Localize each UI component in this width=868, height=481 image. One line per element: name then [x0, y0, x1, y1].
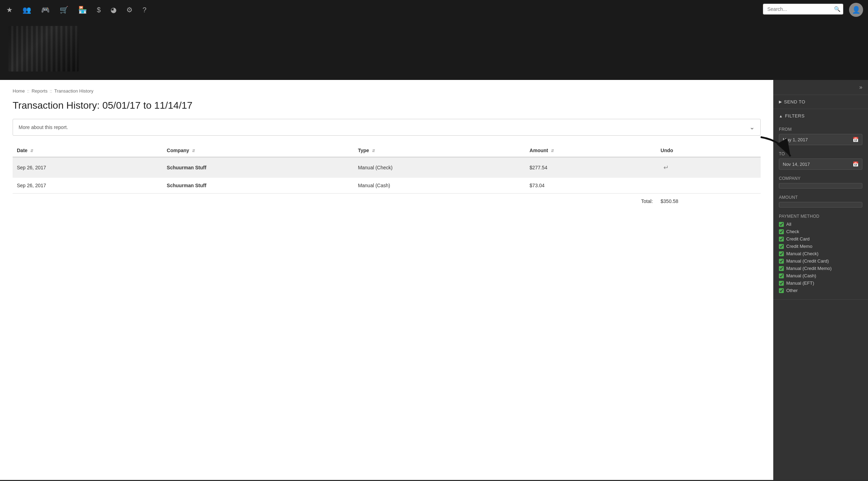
- payment-method-item[interactable]: Manual (Check): [779, 251, 862, 256]
- filters-section: ▲ FILTERS From May 1, 2017 📅 To Nov 14,: [773, 109, 868, 300]
- payment-method-title: Payment Method: [779, 214, 862, 219]
- payment-method-checkbox[interactable]: [779, 251, 784, 256]
- money-icon[interactable]: $: [97, 6, 101, 14]
- to-date-input[interactable]: Nov 14, 2017 📅: [779, 158, 862, 170]
- send-to-header[interactable]: ▶ SEND TO: [773, 95, 868, 109]
- filters-chevron-icon: ▲: [779, 114, 783, 118]
- search-wrapper: 🔍: [763, 4, 843, 15]
- cell-company: Schuurman Stuff: [162, 157, 354, 178]
- col-amount[interactable]: Amount ⇵: [525, 144, 656, 157]
- avatar[interactable]: 👤: [849, 3, 863, 17]
- payment-method-item[interactable]: Credit Card: [779, 236, 862, 242]
- from-date-label: From: [779, 127, 862, 132]
- from-date-value: May 1, 2017: [783, 137, 808, 142]
- breadcrumb-home[interactable]: Home: [13, 88, 25, 94]
- amount-label: Amount: [779, 195, 862, 200]
- transactions-icon[interactable]: 🎮: [41, 6, 50, 14]
- payment-method-checkbox[interactable]: [779, 237, 784, 242]
- calendar-icon: 📅: [853, 161, 859, 167]
- store-icon[interactable]: 🏪: [78, 6, 87, 14]
- sort-amount-icon[interactable]: ⇵: [551, 149, 554, 153]
- amount-input[interactable]: [779, 202, 862, 208]
- undo-button[interactable]: ↵: [661, 162, 672, 173]
- help-icon[interactable]: ?: [142, 6, 146, 14]
- payment-method-label: Check: [786, 229, 799, 234]
- payment-method-item[interactable]: Credit Memo: [779, 244, 862, 249]
- sidebar-expand-button[interactable]: »: [773, 80, 868, 95]
- payment-method-checkbox[interactable]: [779, 273, 784, 278]
- table-row: Sep 26, 2017 Schuurman Stuff Manual (Che…: [13, 157, 761, 178]
- payment-method-checkbox[interactable]: [779, 259, 784, 264]
- payment-method-checkbox[interactable]: [779, 244, 784, 249]
- col-company[interactable]: Company ⇵: [162, 144, 354, 157]
- payment-method-label: Manual (Credit Card): [786, 258, 829, 264]
- cell-amount: $73.04: [525, 178, 656, 194]
- settings-icon[interactable]: ⚙: [126, 6, 133, 14]
- send-to-chevron-icon: ▶: [779, 100, 782, 104]
- table-body: Sep 26, 2017 Schuurman Stuff Manual (Che…: [13, 157, 761, 209]
- payment-method-label: Manual (EFT): [786, 280, 814, 286]
- company-filter-group: Company: [779, 176, 862, 189]
- from-date-input[interactable]: May 1, 2017 📅: [779, 134, 862, 145]
- send-to-label: SEND TO: [784, 99, 806, 104]
- search-input[interactable]: [763, 4, 843, 15]
- payment-methods-section: Payment Method AllCheckCredit CardCredit…: [779, 214, 862, 293]
- from-date-group: From May 1, 2017 📅: [779, 127, 862, 145]
- payment-method-item[interactable]: Other: [779, 288, 862, 293]
- breadcrumb-reports[interactable]: Reports: [32, 88, 48, 94]
- payment-method-checkbox[interactable]: [779, 288, 784, 293]
- to-date-value: Nov 14, 2017: [783, 162, 810, 167]
- breadcrumb-sep-1: ::: [27, 88, 29, 94]
- report-info-label: More about this report.: [19, 124, 68, 130]
- cart-icon[interactable]: 🛒: [60, 6, 68, 14]
- col-undo: Undo: [656, 144, 761, 157]
- reports-icon[interactable]: ◕: [111, 6, 116, 14]
- favorites-icon[interactable]: ★: [6, 6, 13, 14]
- report-info-dropdown[interactable]: More about this report. ⌄: [13, 119, 761, 136]
- cell-date: Sep 26, 2017: [13, 157, 162, 178]
- cell-undo: ↵: [656, 157, 761, 178]
- payment-method-list: AllCheckCredit CardCredit MemoManual (Ch…: [779, 222, 862, 293]
- payment-method-item[interactable]: Manual (Credit Memo): [779, 266, 862, 271]
- main-layout: Home :: Reports :: Transaction History T…: [0, 80, 868, 480]
- calendar-icon: 📅: [853, 137, 859, 142]
- nav-icons: ★ 👥 🎮 🛒 🏪 $ ◕ ⚙ ?: [6, 6, 862, 14]
- payment-method-item[interactable]: Manual (Cash): [779, 273, 862, 278]
- cell-type: Manual (Cash): [354, 178, 525, 194]
- total-amount: $350.58: [656, 194, 761, 209]
- cell-amount: $277.54: [525, 157, 656, 178]
- search-icon[interactable]: 🔍: [834, 6, 841, 12]
- company-label: Company: [779, 176, 862, 181]
- company-input[interactable]: [779, 183, 862, 189]
- payment-method-item[interactable]: Manual (Credit Card): [779, 258, 862, 264]
- amount-filter-group: Amount: [779, 195, 862, 208]
- payment-method-checkbox[interactable]: [779, 229, 784, 234]
- sort-date-icon[interactable]: ⇵: [30, 149, 33, 153]
- page-title: Transaction History: 05/01/17 to 11/14/1…: [13, 100, 761, 111]
- cell-undo: [656, 178, 761, 194]
- payment-method-checkbox[interactable]: [779, 266, 784, 271]
- to-date-group: To Nov 14, 2017 📅: [779, 151, 862, 170]
- filters-header[interactable]: ▲ FILTERS: [773, 109, 868, 123]
- payment-method-item[interactable]: Manual (EFT): [779, 280, 862, 286]
- payment-method-checkbox[interactable]: [779, 222, 784, 227]
- table-header: Date ⇵ Company ⇵ Type ⇵ Amount ⇵ Undo: [13, 144, 761, 157]
- contacts-icon[interactable]: 👥: [22, 6, 31, 14]
- breadcrumb-sep-2: ::: [49, 88, 52, 94]
- payment-method-label: Credit Memo: [786, 244, 812, 249]
- col-date[interactable]: Date ⇵: [13, 144, 162, 157]
- payment-method-label: All: [786, 222, 791, 227]
- payment-method-label: Manual (Credit Memo): [786, 266, 832, 271]
- table-row: Sep 26, 2017 Schuurman Stuff Manual (Cas…: [13, 178, 761, 194]
- col-type[interactable]: Type ⇵: [354, 144, 525, 157]
- sort-type-icon[interactable]: ⇵: [372, 149, 375, 153]
- sort-company-icon[interactable]: ⇵: [192, 149, 195, 153]
- payment-method-checkbox[interactable]: [779, 281, 784, 286]
- total-label: Total:: [525, 194, 656, 209]
- payment-method-label: Other: [786, 288, 798, 293]
- filters-label: FILTERS: [785, 113, 804, 118]
- payment-method-item[interactable]: Check: [779, 229, 862, 234]
- chevron-down-icon: ⌄: [749, 123, 755, 131]
- hero-banner: [0, 20, 868, 80]
- payment-method-item[interactable]: All: [779, 222, 862, 227]
